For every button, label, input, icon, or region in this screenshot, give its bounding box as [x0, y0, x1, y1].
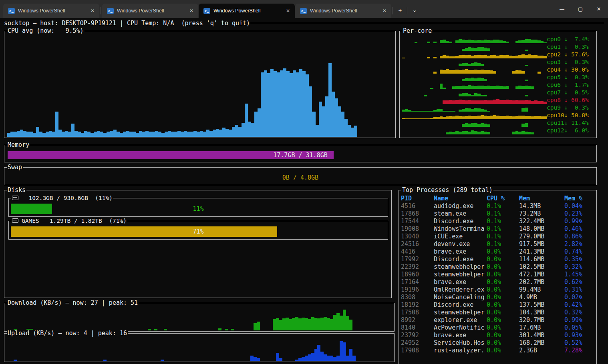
core-spark-bar: [496, 40, 499, 44]
core-spark-bar: [465, 123, 468, 127]
cpu-avg-bar: [65, 131, 68, 137]
core-spark-bar: [465, 48, 468, 51]
core-spark-bar: [518, 70, 521, 74]
download-bar: [333, 315, 336, 330]
maximize-button[interactable]: ▢: [571, 0, 590, 18]
download-bar: [231, 329, 234, 330]
download-bar: [295, 317, 298, 330]
terminal-viewport[interactable]: socktop — host: DESKTOP-9P19121 | CPU Te…: [0, 18, 608, 364]
core-spark-bar: [525, 100, 528, 104]
per-core-rows: cpu0 ↓ 7.4%cpu1 ↓ 0.3%cpu2 ↓ 57.6%cpu3 ↓…: [402, 36, 595, 134]
download-bar: [349, 320, 352, 330]
upload-bar: [250, 356, 254, 361]
minimize-button[interactable]: —: [553, 0, 571, 18]
download-bar: [346, 316, 349, 330]
core-sparkline: [402, 51, 547, 58]
upload-bar: [276, 353, 279, 361]
core-spark-bar: [525, 86, 528, 89]
core-spark-bar: [521, 100, 525, 104]
core-spark-bar: [525, 108, 528, 112]
process-cell: 17508: [401, 309, 434, 316]
core-spark-bar: [446, 116, 449, 119]
core-spark-bar: [474, 55, 477, 58]
tab-close-icon[interactable]: ✕: [284, 7, 292, 14]
upload-bar: [340, 341, 343, 361]
cpu-avg-bar: [81, 133, 84, 137]
process-cell: 0.1%: [487, 233, 519, 240]
core-spark-bar: [477, 47, 481, 51]
tab-windows-powershell-2[interactable]: >_Windows PowerShell✕: [199, 4, 295, 18]
cpu-avg-bar: [91, 133, 94, 137]
core-spark-bar: [474, 131, 477, 134]
tab-close-icon[interactable]: ✕: [381, 7, 388, 14]
process-cell: 19008: [401, 225, 434, 233]
core-spark-bar: [440, 70, 443, 74]
core-spark-bar: [468, 47, 471, 51]
core-spark-bar: [468, 40, 471, 43]
download-bar: [164, 329, 167, 330]
upload-bar: [346, 356, 349, 361]
upload-bar: [14, 360, 17, 361]
core-spark-bar: [490, 86, 493, 89]
tab-close-icon[interactable]: ✕: [188, 7, 195, 14]
core-spark-bar: [531, 101, 534, 104]
process-cell: 0.0%: [487, 263, 519, 271]
core-spark-bar: [481, 86, 484, 89]
process-cell: 0.32%: [564, 263, 592, 271]
cpu-avg-bar: [341, 112, 344, 137]
core-spark-bar: [499, 116, 503, 119]
cpu-avg-bar: [325, 96, 328, 137]
upload-bar: [317, 345, 320, 361]
process-cell: 24952: [401, 339, 434, 347]
cpu-avg-bar: [120, 133, 123, 137]
core-label: cpu9 ↓ 0.3%: [547, 104, 595, 112]
core-spark-bar: [534, 100, 538, 104]
core-spark-bar: [468, 132, 471, 134]
download-bar: [320, 318, 324, 330]
process-cell: 0.31%: [564, 286, 592, 294]
process-cell: 18960: [401, 271, 434, 278]
core-spark-bar: [471, 100, 474, 104]
upload-bar: [352, 356, 356, 361]
title-rule: [250, 23, 604, 23]
process-cell: 2.3GB: [519, 347, 564, 354]
process-row: 17992Discord.exe0.0%114.6MB0.35%: [401, 256, 596, 263]
core-spark-bar: [477, 63, 481, 66]
core-spark-bar: [477, 116, 481, 119]
core-sparkline: [402, 96, 547, 104]
core-spark-bar: [452, 100, 455, 104]
cpu-avg-bar: [58, 130, 62, 137]
core-spark-bar: [493, 115, 496, 119]
core-spark-bar: [487, 86, 490, 89]
tab-dropdown-button[interactable]: ⌄: [409, 4, 421, 16]
process-cell: 2.82%: [564, 240, 592, 248]
core-spark-bar: [525, 55, 528, 58]
cpu-avg-bar: [348, 125, 351, 137]
process-row: 18960steamwebhelper0.0%472.1MB1.45%: [401, 271, 596, 278]
core-spark-bar: [525, 123, 528, 127]
tab-windows-powershell-3[interactable]: >_Windows PowerShell✕: [295, 4, 391, 18]
tab-windows-powershell-0[interactable]: >_Windows PowerShell✕: [3, 4, 99, 18]
download-bar: [340, 316, 343, 330]
cpu-avg-bar: [203, 132, 206, 137]
core-spark-bar: [474, 48, 477, 51]
core-spark-bar: [515, 56, 519, 58]
close-window-button[interactable]: ✕: [590, 0, 608, 18]
upload-bar: [279, 358, 282, 361]
tab-windows-powershell-1[interactable]: >_Windows PowerShell✕: [102, 4, 198, 18]
download-bar: [286, 318, 289, 330]
upload-bar: [311, 353, 314, 361]
tab-close-icon[interactable]: ✕: [89, 7, 96, 14]
process-cell: 17.6MB: [519, 324, 564, 332]
cpu-avg-bar: [100, 132, 103, 137]
core-spark-bar: [462, 109, 465, 112]
core-spark-bar: [443, 70, 446, 74]
process-cell: steamwebhelper: [434, 271, 487, 278]
process-cell: 0.35%: [564, 256, 592, 263]
new-tab-button[interactable]: +: [394, 4, 406, 16]
column-header-mem: Mem: [519, 195, 564, 202]
upload-bar: [320, 352, 324, 361]
core-spark-bar: [528, 100, 531, 104]
cpu-avg-bar: [155, 131, 158, 137]
upload-bar: [254, 357, 257, 361]
